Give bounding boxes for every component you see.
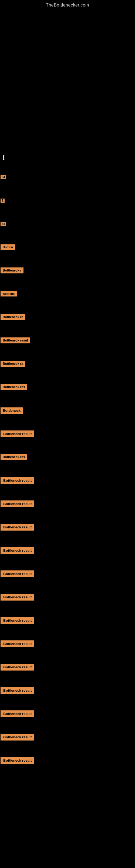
bottleneck-badge-25: Bottleneck result bbox=[1, 734, 34, 741]
list-item: Bottleneck result bbox=[0, 586, 135, 609]
list-item: Bottleneck result bbox=[0, 632, 135, 655]
bottleneck-badge-15: Bottleneck result bbox=[1, 500, 34, 507]
list-item: Bottleneck r bbox=[0, 259, 135, 282]
bottleneck-badge-3: B4 bbox=[1, 222, 6, 226]
list-item: Bottlen bbox=[0, 236, 135, 258]
bracket-label: [ bbox=[3, 153, 135, 162]
bottleneck-badge-13: Bottleneck res bbox=[1, 454, 27, 460]
bottleneck-badge-6: Bottlene bbox=[1, 291, 17, 297]
list-item: Bottleneck result bbox=[0, 562, 135, 585]
list-item: Bottleneck re bbox=[0, 306, 135, 329]
bottleneck-badge-5: Bottleneck r bbox=[1, 268, 24, 273]
list-item: Bottleneck resul bbox=[0, 329, 135, 352]
bottleneck-badge-17: Bottleneck result bbox=[1, 547, 34, 554]
list-item: Bottleneck result bbox=[0, 749, 135, 772]
label-section: [ bbox=[0, 150, 135, 163]
bottleneck-badge-12: Bottleneck result bbox=[1, 431, 34, 437]
list-item: Bottleneck result bbox=[0, 725, 135, 748]
bottleneck-badge-19: Bottleneck result bbox=[1, 594, 34, 600]
list-item: E bbox=[0, 189, 135, 212]
bottleneck-badge-22: Bottleneck result bbox=[1, 664, 34, 671]
bottleneck-badge-23: Bottleneck result bbox=[1, 687, 34, 694]
list-item: Bottleneck result bbox=[0, 539, 135, 562]
bottleneck-list: B4 E B4 Bottlen Bottleneck r Bottlene Bo… bbox=[0, 163, 135, 772]
list-item: Bottleneck result bbox=[0, 469, 135, 492]
list-item: Bottleneck result bbox=[0, 702, 135, 725]
list-item: Bottleneck bbox=[0, 399, 135, 422]
site-title-bar: TheBottlenecker.com bbox=[0, 0, 135, 9]
list-item: B4 bbox=[0, 166, 135, 188]
bottleneck-badge-16: Bottleneck result bbox=[1, 524, 34, 531]
bottleneck-badge-21: Bottleneck result bbox=[1, 641, 34, 647]
bottleneck-badge-20: Bottleneck result bbox=[1, 617, 34, 624]
bottleneck-badge-4: Bottlen bbox=[1, 244, 15, 250]
bottleneck-badge-14: Bottleneck result bbox=[1, 477, 34, 484]
list-item: Bottleneck result bbox=[0, 422, 135, 445]
bottleneck-badge-24: Bottleneck result bbox=[1, 710, 34, 717]
bottleneck-badge-11: Bottleneck bbox=[1, 407, 23, 414]
list-item: Bottleneck res bbox=[0, 376, 135, 399]
bottleneck-badge-2: E bbox=[1, 198, 5, 203]
list-item: Bottleneck res bbox=[0, 446, 135, 468]
list-item: Bottleneck ra bbox=[0, 352, 135, 375]
list-item: Bottleneck result bbox=[0, 679, 135, 702]
site-title: TheBottlenecker.com bbox=[0, 0, 135, 9]
bottleneck-badge-1: B4 bbox=[1, 175, 6, 179]
list-item: Bottleneck result bbox=[0, 516, 135, 538]
bottleneck-badge-9: Bottleneck ra bbox=[1, 361, 26, 367]
top-area bbox=[0, 9, 135, 150]
list-item: Bottleneck result bbox=[0, 609, 135, 632]
bottleneck-badge-18: Bottleneck result bbox=[1, 570, 34, 577]
list-item: Bottleneck result bbox=[0, 492, 135, 515]
list-item: Bottlene bbox=[0, 282, 135, 305]
bottleneck-badge-7: Bottleneck re bbox=[1, 314, 26, 320]
bottleneck-badge-26: Bottleneck result bbox=[1, 757, 34, 764]
bottleneck-badge-8: Bottleneck resul bbox=[1, 337, 30, 343]
bottleneck-badge-10: Bottleneck res bbox=[1, 384, 27, 390]
list-item: Bottleneck result bbox=[0, 656, 135, 678]
list-item: B4 bbox=[0, 212, 135, 235]
